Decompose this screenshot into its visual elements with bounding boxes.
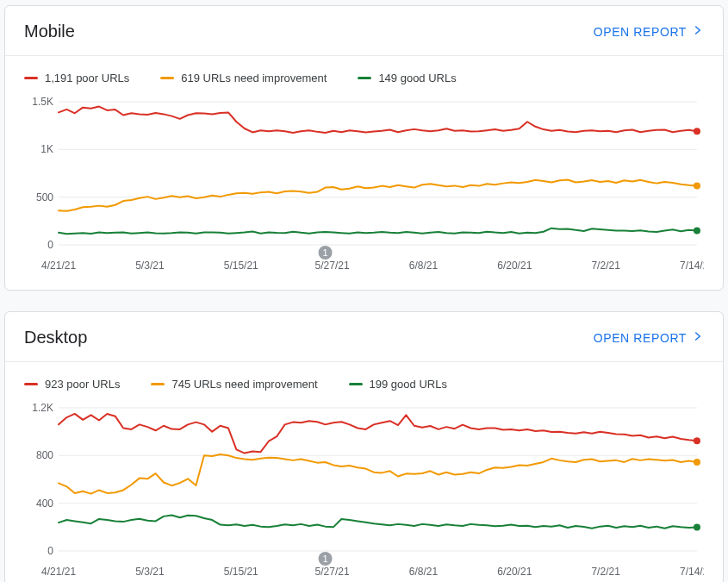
report-card: DesktopOPEN REPORT923 poor URLs745 URLs … bbox=[4, 311, 724, 582]
legend-item-poor: 923 poor URLs bbox=[24, 378, 120, 391]
need-swatch bbox=[160, 77, 174, 79]
card-title: Mobile bbox=[24, 22, 75, 41]
poor-swatch bbox=[24, 77, 38, 79]
svg-text:1: 1 bbox=[322, 554, 327, 564]
svg-text:0: 0 bbox=[47, 545, 53, 557]
good-swatch bbox=[349, 383, 363, 385]
chevron-right-icon bbox=[687, 24, 704, 39]
poor-swatch bbox=[24, 383, 38, 385]
series-need bbox=[59, 454, 697, 494]
legend-label: 1,191 poor URLs bbox=[45, 72, 129, 84]
legend-item-need: 745 URLs need improvement bbox=[151, 378, 317, 391]
legend-label: 923 poor URLs bbox=[45, 378, 120, 391]
series-good-end-dot bbox=[694, 228, 700, 235]
x-tick-label: 5/27/21 bbox=[315, 566, 350, 578]
open-report-link[interactable]: OPEN REPORT bbox=[594, 24, 704, 39]
x-tick-label: 6/20/21 bbox=[497, 566, 532, 578]
legend-label: 619 URLs need improvement bbox=[181, 72, 327, 84]
report-card: MobileOPEN REPORT1,191 poor URLs619 URLs… bbox=[4, 5, 724, 291]
x-tick-label: 7/2/21 bbox=[591, 260, 620, 272]
svg-text:400: 400 bbox=[36, 498, 53, 510]
x-tick-label: 5/3/21 bbox=[135, 566, 165, 578]
x-tick-label: 7/14/21 bbox=[680, 566, 704, 578]
series-good-end-dot bbox=[694, 523, 700, 530]
x-tick-label: 7/2/21 bbox=[591, 566, 620, 578]
svg-text:1.5K: 1.5K bbox=[32, 96, 53, 108]
legend-item-good: 199 good URLs bbox=[349, 378, 447, 391]
x-tick-label: 4/21/21 bbox=[41, 566, 76, 578]
legend-label: 199 good URLs bbox=[370, 378, 447, 391]
card-header: MobileOPEN REPORT bbox=[5, 6, 723, 56]
x-tick-label: 7/14/21 bbox=[680, 260, 704, 272]
svg-text:1.2K: 1.2K bbox=[32, 402, 53, 414]
series-poor bbox=[59, 414, 697, 454]
x-tick-label: 6/8/21 bbox=[409, 566, 439, 578]
need-swatch bbox=[151, 383, 165, 385]
x-tick-label: 5/15/21 bbox=[224, 260, 258, 272]
card-title: Desktop bbox=[24, 328, 87, 347]
svg-text:1K: 1K bbox=[40, 143, 53, 155]
svg-text:1: 1 bbox=[322, 247, 327, 258]
x-tick-label: 5/3/21 bbox=[135, 260, 165, 272]
svg-text:800: 800 bbox=[36, 449, 53, 461]
chart-legend: 1,191 poor URLs619 URLs need improvement… bbox=[5, 56, 723, 90]
x-tick-label: 6/8/21 bbox=[409, 260, 439, 272]
x-tick-label: 4/21/21 bbox=[41, 260, 76, 272]
svg-text:0: 0 bbox=[47, 239, 53, 251]
series-good bbox=[59, 228, 697, 235]
good-swatch bbox=[358, 77, 371, 79]
x-tick-label: 5/15/21 bbox=[224, 566, 258, 578]
legend-label: 745 URLs need improvement bbox=[171, 378, 317, 391]
series-need-end-dot bbox=[694, 459, 700, 466]
open-report-label: OPEN REPORT bbox=[594, 331, 687, 345]
chart: 04008001.2K14/21/215/3/215/15/215/27/216… bbox=[5, 396, 723, 582]
svg-text:500: 500 bbox=[36, 191, 53, 203]
series-need-end-dot bbox=[694, 182, 700, 189]
legend-label: 149 good URLs bbox=[378, 72, 456, 84]
chart-legend: 923 poor URLs745 URLs need improvement19… bbox=[5, 362, 723, 396]
series-poor-end-dot bbox=[694, 437, 700, 444]
series-need bbox=[59, 180, 697, 211]
chart: 05001K1.5K14/21/215/3/215/15/215/27/216/… bbox=[5, 90, 723, 290]
series-poor-end-dot bbox=[694, 128, 700, 135]
series-good bbox=[59, 516, 697, 529]
legend-item-poor: 1,191 poor URLs bbox=[24, 72, 129, 84]
x-tick-label: 6/20/21 bbox=[497, 260, 532, 272]
chevron-right-icon bbox=[687, 330, 704, 345]
card-header: DesktopOPEN REPORT bbox=[5, 312, 723, 362]
event-marker: 1 bbox=[319, 246, 333, 260]
legend-item-good: 149 good URLs bbox=[358, 72, 456, 84]
event-marker: 1 bbox=[319, 552, 333, 566]
legend-item-need: 619 URLs need improvement bbox=[160, 72, 327, 84]
open-report-link[interactable]: OPEN REPORT bbox=[594, 330, 704, 345]
x-tick-label: 5/27/21 bbox=[315, 260, 350, 272]
open-report-label: OPEN REPORT bbox=[594, 25, 687, 39]
series-poor bbox=[59, 107, 697, 133]
